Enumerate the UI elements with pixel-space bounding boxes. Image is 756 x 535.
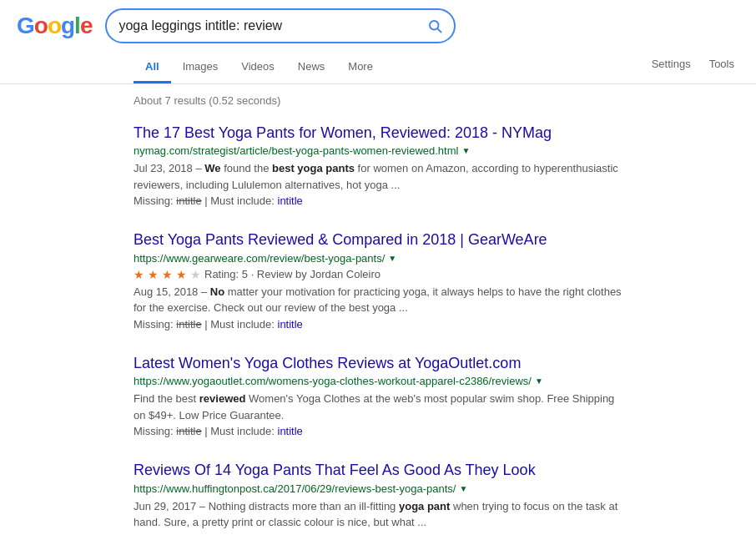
results-stats: About 7 results (0.52 seconds) (134, 94, 622, 107)
result-snippet: Aug 15, 2018 – No matter your motivation… (134, 284, 622, 316)
result-item: Reviews Of 14 Yoga Pants That Feel As Go… (134, 461, 622, 530)
result-title[interactable]: Latest Women's Yoga Clothes Reviews at Y… (134, 354, 622, 373)
missing-row: Missing: intitle | Must include: intitle (134, 425, 622, 437)
logo-letter-g: G (17, 13, 34, 38)
result-item: Latest Women's Yoga Clothes Reviews at Y… (134, 354, 622, 437)
header-top: Google (17, 8, 739, 52)
missing-row: Missing: intitle | Must include: intitle (134, 194, 622, 207)
missing-strikethrough: intitle (176, 425, 201, 437)
missing-row: Missing: intitle | Must include: intitle (134, 318, 622, 331)
star-5: ★ (190, 268, 201, 281)
result-date: Jun 29, 2017 (134, 500, 196, 512)
result-snippet: Jul 23, 2018 – We found the best yoga pa… (134, 160, 622, 193)
nav-tabs: All Images Videos News More (134, 52, 385, 83)
google-logo: Google (17, 13, 92, 39)
missing-label: Missing: (134, 194, 174, 207)
search-button[interactable] (427, 18, 442, 33)
missing-strikethrough: intitle (176, 194, 201, 207)
must-include-word[interactable]: intitle (278, 194, 303, 207)
must-include-label: Must include: (210, 318, 275, 331)
logo-letter-l: l (74, 13, 80, 38)
search-input[interactable] (118, 18, 427, 33)
results-area: About 7 results (0.52 seconds) The 17 Be… (0, 84, 756, 535)
rating-text: Rating: 5 · Review by Jordan Coleiro (204, 268, 381, 280)
must-include-word[interactable]: intitle (278, 318, 303, 331)
result-url-row: https://www.huffingtonpost.ca/2017/06/29… (134, 482, 622, 495)
settings-link[interactable]: Settings (647, 58, 696, 70)
result-url: nymag.com/strategist/article/best-yoga-p… (134, 144, 458, 157)
result-url: https://www.gearweare.com/review/best-yo… (134, 252, 385, 265)
stars-row: ★ ★ ★ ★ ★ Rating: 5 · Review by Jordan C… (134, 268, 622, 281)
result-title[interactable]: Reviews Of 14 Yoga Pants That Feel As Go… (134, 461, 622, 480)
logo-letter-e: e (80, 13, 93, 38)
result-url-row: https://www.gearweare.com/review/best-yo… (134, 252, 622, 265)
result-title[interactable]: The 17 Best Yoga Pants for Women, Review… (134, 124, 622, 143)
url-dropdown-icon[interactable]: ▼ (388, 254, 396, 263)
missing-label: Missing: (134, 318, 174, 331)
result-snippet: Jun 29, 2017 – Nothing distracts more th… (134, 498, 622, 531)
url-dropdown-icon[interactable]: ▼ (535, 376, 543, 386)
result-item: The 17 Best Yoga Pants for Women, Review… (134, 124, 622, 207)
tab-images[interactable]: Images (171, 52, 230, 83)
result-snippet: Find the best reviewed Women's Yoga Clot… (134, 391, 622, 423)
star-3: ★ (162, 268, 173, 281)
tools-link[interactable]: Tools (704, 58, 739, 70)
search-bar (105, 8, 456, 43)
star-2: ★ (148, 268, 159, 281)
result-date: Aug 15, 2018 (134, 285, 198, 298)
result-url-row: https://www.yogaoutlet.com/womens-yoga-c… (134, 375, 622, 387)
result-date: Jul 23, 2018 (134, 162, 193, 174)
nav-right: Settings Tools (647, 58, 739, 78)
header: Google All Images Videos News More Setti… (0, 0, 756, 84)
missing-label: Missing: (134, 425, 174, 437)
star-4: ★ (176, 268, 187, 281)
result-item: Best Yoga Pants Reviewed & Compared in 2… (134, 230, 622, 330)
result-url: https://www.huffingtonpost.ca/2017/06/29… (134, 482, 456, 495)
missing-strikethrough: intitle (176, 318, 201, 331)
logo-letter-o1: o (34, 13, 48, 38)
star-1: ★ (134, 268, 144, 281)
result-url: https://www.yogaoutlet.com/womens-yoga-c… (134, 375, 532, 387)
logo-letter-o2: o (48, 13, 61, 38)
tab-all[interactable]: All (134, 52, 171, 83)
tab-news[interactable]: News (286, 52, 337, 83)
must-include-word[interactable]: intitle (278, 425, 303, 437)
svg-line-1 (438, 28, 441, 32)
search-icon (427, 18, 442, 33)
result-title[interactable]: Best Yoga Pants Reviewed & Compared in 2… (134, 230, 622, 250)
must-include-label: Must include: (210, 194, 275, 207)
tab-videos[interactable]: Videos (229, 52, 286, 83)
nav-row: All Images Videos News More Settings Too… (17, 52, 739, 83)
result-url-row: nymag.com/strategist/article/best-yoga-p… (134, 144, 622, 157)
logo-letter-g2: g (61, 13, 74, 38)
url-dropdown-icon[interactable]: ▼ (459, 484, 467, 493)
must-include-label: Must include: (210, 425, 275, 437)
url-dropdown-icon[interactable]: ▼ (461, 146, 470, 155)
tab-more[interactable]: More (336, 52, 385, 83)
